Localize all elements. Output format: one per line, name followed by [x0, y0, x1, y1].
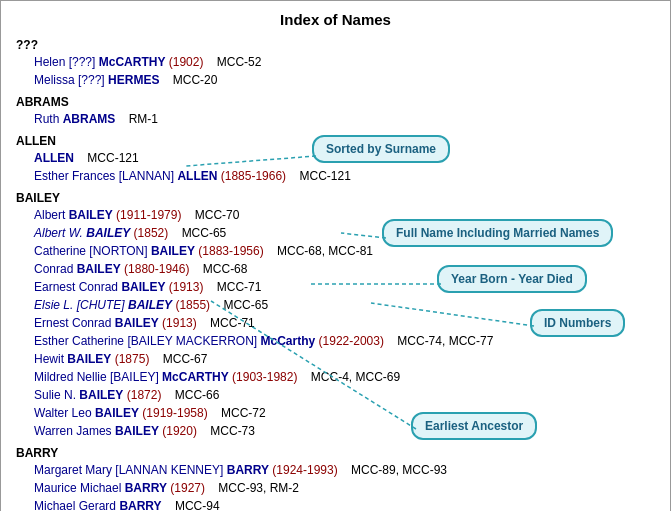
section-abrams: ABRAMS Ruth ABRAMS RM-1	[16, 95, 655, 128]
list-item: Melissa [???] HERMES MCC-20	[16, 71, 655, 89]
list-item: Mildred Nellie [BAILEY] McCARTHY (1903-1…	[16, 368, 655, 386]
callout-id-numbers: ID Numbers	[530, 309, 625, 337]
callout-sorted-by-surname: Sorted by Surname	[312, 135, 450, 163]
list-item: Sulie N. BAILEY (1872) MCC-66	[16, 386, 655, 404]
callout-earliest-ancestor: Earliest Ancestor	[411, 412, 537, 440]
page-container: Index of Names ??? Helen [???] McCARTHY …	[0, 0, 671, 511]
callout-year-born-died: Year Born - Year Died	[437, 265, 587, 293]
list-item: Margaret Mary [LANNAN KENNEY] BARRY (192…	[16, 461, 655, 479]
section-barry: BARRY Margaret Mary [LANNAN KENNEY] BARR…	[16, 446, 655, 511]
list-item: Michael Gerard BARRY MCC-94	[16, 497, 655, 511]
list-item: Maurice Michael BARRY (1927) MCC-93, RM-…	[16, 479, 655, 497]
surname-abrams: ABRAMS	[16, 95, 655, 109]
list-item: Hewit BAILEY (1875) MCC-67	[16, 350, 655, 368]
page-title: Index of Names	[16, 11, 655, 28]
list-item: Helen [???] McCARTHY (1902) MCC-52	[16, 53, 655, 71]
list-item: Ruth ABRAMS RM-1	[16, 110, 655, 128]
surname-unknown: ???	[16, 38, 655, 52]
surname-barry: BARRY	[16, 446, 655, 460]
list-item: Warren James BAILEY (1920) MCC-73	[16, 422, 655, 440]
list-item: Walter Leo BAILEY (1919-1958) MCC-72	[16, 404, 655, 422]
callout-full-name: Full Name Including Married Names	[382, 219, 613, 247]
list-item: Esther Frances [LANNAN] ALLEN (1885-1966…	[16, 167, 655, 185]
surname-bailey: BAILEY	[16, 191, 655, 205]
section-unknown: ??? Helen [???] McCARTHY (1902) MCC-52 M…	[16, 38, 655, 89]
